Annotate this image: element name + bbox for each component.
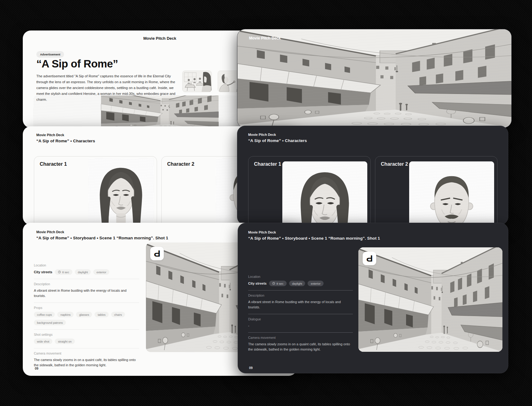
character-label: Character 1 xyxy=(254,161,281,167)
field-camera-movement: Camera movement The camera slowly zooms … xyxy=(34,348,139,372)
page-number: 09 xyxy=(249,366,253,370)
location-tag: exterior xyxy=(308,281,324,286)
camera-movement-label: Camera movement xyxy=(34,351,139,355)
field-location: Location City streets 8 sec daylight ext… xyxy=(34,260,139,279)
character-label: Character 1 xyxy=(40,161,67,167)
location-tag: daylight xyxy=(289,281,305,286)
prop-tag: napkins xyxy=(57,312,74,317)
prop-tag: glasses xyxy=(76,312,92,317)
page-panel-advertisement-dark: Movie Pitch Deck xyxy=(237,29,512,128)
prop-tag: coffee cups xyxy=(34,312,55,317)
boords-b-icon: Ь xyxy=(154,249,160,258)
shot-fields: Location City streets 8 sec daylight ext… xyxy=(34,260,139,372)
page-kicker: Movie Pitch Deck xyxy=(248,133,276,136)
description-label: Description xyxy=(34,282,139,286)
ad-title: “A Sip of Rome” xyxy=(36,58,118,70)
page-panel-storyboard-dark: Movie Pitch Deck “A Sip of Rome” • Story… xyxy=(238,223,508,373)
location-label: Location xyxy=(248,275,353,278)
page-panel-characters-dark: Movie Pitch Deck “A Sip of Rome” • Chara… xyxy=(237,126,508,225)
camera-movement-value: The camera slowly zooms in on a quaint c… xyxy=(248,342,353,352)
advertisement-badge: Advertisement xyxy=(36,51,64,58)
prop-tag: chairs xyxy=(111,312,125,317)
description-value: A vibrant street in Rome bustling with t… xyxy=(34,288,139,298)
field-shot-settings: Shot settings wide shot straight on xyxy=(34,329,139,348)
clock-icon xyxy=(272,282,275,285)
comparison-stage: Movie Pitch Deck Advertisement “A Sip of… xyxy=(0,0,532,406)
duration-tag: 8 sec xyxy=(269,281,287,286)
street-sketch-hero-image[interactable] xyxy=(237,29,511,128)
cafe-interior-thumbnail[interactable] xyxy=(182,71,212,92)
props-label: Props xyxy=(34,306,139,310)
page-number: 09 xyxy=(35,367,38,370)
character-card-2[interactable]: Character 2 xyxy=(375,156,498,225)
duration-tag: 8 sec xyxy=(55,269,72,275)
description-label: Description xyxy=(248,294,353,297)
field-description: Description A vibrant street in Rome bus… xyxy=(34,279,139,302)
page-title: “A Sip of Rome” • Characters xyxy=(248,138,307,143)
page-kicker: Movie Pitch Deck xyxy=(36,230,64,234)
prop-tag: tables xyxy=(95,312,108,317)
shot-setting-tag: straight on xyxy=(55,339,75,344)
camera-movement-label: Camera movement xyxy=(248,336,353,339)
page-title: “A Sip of Rome” • Storyboard • Scene 1 “… xyxy=(36,236,168,240)
shot-settings-label: Shot settings xyxy=(34,333,139,336)
character-label: Character 2 xyxy=(381,161,408,167)
location-tag: exterior xyxy=(93,269,109,275)
storyboard-frame-image[interactable]: Ь xyxy=(358,247,502,352)
character-label: Character 2 xyxy=(167,161,194,167)
page-title: “A Sip of Rome” • Storyboard • Scene 1 “… xyxy=(248,236,380,241)
boords-logo-badge: Ь xyxy=(363,252,376,265)
page-title: “A Sip of Rome” • Characters xyxy=(36,139,95,143)
character-cards: Character 1 Character 2 xyxy=(248,156,498,225)
field-description: Description A vibrant street in Rome bus… xyxy=(248,290,353,314)
woman-portrait-sketch xyxy=(282,161,367,225)
field-dialogue: Dialogue - xyxy=(248,314,353,332)
field-props: Props coffee cups napkins glasses tables… xyxy=(34,302,139,329)
location-label: Location xyxy=(34,263,139,267)
boords-logo-badge: Ь xyxy=(150,247,164,260)
location-value: City streets xyxy=(248,282,267,285)
dialogue-label: Dialogue xyxy=(248,317,353,321)
character-card-1[interactable]: Character 1 xyxy=(248,156,371,225)
shot-setting-tag: wide shot xyxy=(34,339,52,344)
field-location: Location City streets 8 sec daylight ext… xyxy=(248,272,353,290)
field-camera-movement: Camera movement The camera slowly zooms … xyxy=(248,332,353,356)
dialogue-value: - xyxy=(248,323,353,328)
prop-tag: background patrons xyxy=(34,320,66,325)
location-tag: daylight xyxy=(75,269,91,275)
page-kicker: Movie Pitch Deck xyxy=(36,133,64,137)
page-kicker: Movie Pitch Deck xyxy=(248,230,276,234)
camera-movement-value: The camera slowly zooms in on a quaint c… xyxy=(34,357,139,368)
shot-fields: Location City streets 8 sec daylight ext… xyxy=(248,272,353,356)
description-value: A vibrant street in Rome bustling with t… xyxy=(248,299,353,310)
clock-icon xyxy=(58,270,61,274)
character-card-1[interactable]: Character 1 xyxy=(34,156,157,225)
woman-portrait-sketch xyxy=(88,158,154,225)
location-value: City streets xyxy=(34,270,52,274)
deck-header-title: Movie Pitch Deck xyxy=(249,36,281,40)
boords-b-icon: Ь xyxy=(366,254,373,263)
man-portrait-sketch xyxy=(409,161,494,225)
